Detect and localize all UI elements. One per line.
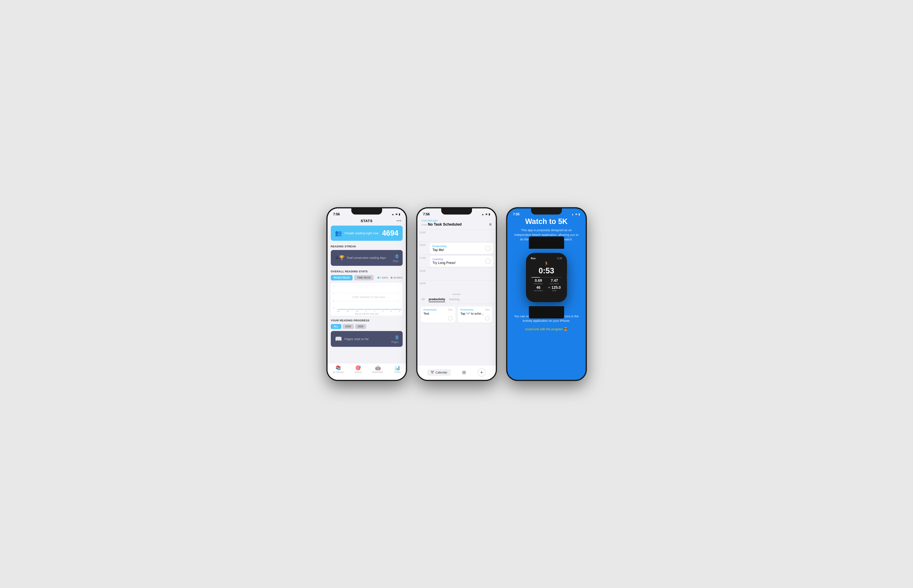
- time-read-tab[interactable]: TIME READ: [354, 275, 374, 280]
- filter-learning[interactable]: learning: [449, 297, 460, 302]
- h-line-1: [337, 285, 400, 285]
- add-task-button[interactable]: +: [478, 368, 486, 376]
- chart-dot-2[interactable]: [346, 309, 348, 310]
- x-5: 5: [399, 310, 400, 312]
- pages-read-tab[interactable]: PAGES READ: [331, 275, 353, 280]
- watch-content: Watch to 5K This app is purposely design…: [507, 217, 586, 331]
- chart-dot-4[interactable]: [364, 309, 365, 310]
- battery-icon-2: ▮: [489, 213, 490, 216]
- scheduler-subtitle: Until Midnight: [421, 219, 492, 222]
- filter-tabs: All productivity learning: [418, 296, 496, 304]
- time-row-1600: 16:00 Productivity Tap Me!: [418, 242, 496, 255]
- watch-elapsed-time: 0:53: [539, 267, 554, 275]
- year-2020-tab[interactable]: 2020: [355, 324, 366, 329]
- reading-now-left: 👥 People reading right now: [335, 230, 379, 236]
- x-4: 4: [391, 310, 392, 312]
- stats-tab-row: PAGES READ TIME READ 7 DAYS 30 DAYS: [331, 275, 403, 280]
- grid-icon[interactable]: ⊞: [462, 370, 466, 375]
- filter-all[interactable]: All: [421, 297, 425, 302]
- status-time: 7:56: [333, 212, 340, 216]
- watch-screen-face: Run 5:39 🏃 0:53: [528, 255, 565, 300]
- task-learning-longpress[interactable]: Learning Try Long Press!: [430, 256, 493, 267]
- task-dur-1: 30m: [448, 309, 453, 311]
- time-row-1900: 19:00: [418, 280, 496, 293]
- task-cat-1: Productivity: [424, 309, 437, 311]
- calendar-button[interactable]: 📅 Calendar: [427, 369, 451, 376]
- task-complete-circle[interactable]: [485, 246, 490, 251]
- scroll-indicator: [418, 293, 496, 296]
- task-name-2: Tap "+" to sche...: [460, 312, 490, 315]
- watch-pace-label: AVG PACE: [547, 283, 562, 285]
- task-circle-1[interactable]: [448, 316, 453, 321]
- chart-dot-7[interactable]: [390, 309, 392, 310]
- watch-bpm-num: 125.0: [551, 286, 561, 289]
- task-small-top-2: Productivity 45m: [460, 309, 490, 311]
- year-2019-tab[interactable]: 2019: [343, 324, 354, 329]
- watch-progress-bar: [531, 277, 562, 278]
- pages-text: Pages read so far: [345, 337, 369, 341]
- watch-goodluck: Good luck with the program 😎: [513, 327, 580, 331]
- nav-stats[interactable]: 📊 STATS: [394, 365, 401, 373]
- phone-stats: 7:56 ▲ ≋ ▮ STATS ••• 👥: [327, 208, 407, 381]
- more-options-button[interactable]: •••: [397, 219, 402, 223]
- year-all-tab[interactable]: ALL: [331, 324, 341, 329]
- watch-clock-time: 5:39: [557, 257, 562, 260]
- y-label-3: 0: [333, 300, 334, 302]
- x-3: 3: [382, 310, 383, 312]
- hamburger-menu[interactable]: ≡: [489, 222, 492, 227]
- streak-label: Total consecutive reading days: [346, 256, 386, 260]
- chart-dot-8[interactable]: [400, 309, 402, 310]
- overall-stats-title: OVERALL READING STATS: [331, 270, 403, 273]
- stats-title: STATS: [361, 219, 372, 223]
- task-small-top-1: Productivity 30m: [424, 309, 453, 311]
- nav-goals[interactable]: 🎯 GOALS: [355, 365, 361, 373]
- task-productivity-tap[interactable]: Productivity Tap Me!: [430, 243, 493, 254]
- watch-stat-pace: 7.47 AVG PACE: [547, 278, 562, 285]
- stats-content: 👥 People reading right now 4694 READING …: [327, 226, 406, 368]
- watch-pace-value: 7.47: [547, 278, 562, 283]
- notch-3: [531, 208, 562, 215]
- chart-inner: START READING TO SEE DATA: [337, 285, 400, 310]
- watch-calories-value: 46: [531, 286, 546, 290]
- time-label-1600: 16:00: [418, 242, 429, 248]
- chart-dot-1[interactable]: [337, 309, 339, 310]
- battery-icon-3: ▮: [578, 213, 580, 216]
- assistant-icon: 🤖: [375, 365, 381, 371]
- time-content-1800: [429, 268, 496, 280]
- task-card-tap-plus[interactable]: Productivity 45m Tap "+" to sche...: [458, 306, 492, 323]
- time-row-1500: 15:00: [418, 229, 496, 242]
- task-complete-circle-2[interactable]: [485, 258, 490, 264]
- filter-productivity[interactable]: productivity: [429, 297, 445, 302]
- task-dur-2: 45m: [485, 309, 489, 311]
- period-7days[interactable]: 7 DAYS: [377, 276, 388, 279]
- period-dot-blue: [377, 277, 379, 279]
- watch-runner-icon: 🏃: [544, 261, 549, 266]
- reading-now-count: 4694: [382, 229, 398, 237]
- calendar-icon: 📅: [431, 371, 434, 374]
- time-content-1600: Productivity Tap Me!: [429, 242, 496, 255]
- task-card-test[interactable]: Productivity 30m Test: [421, 306, 456, 323]
- stats-icon: 📊: [395, 365, 400, 371]
- my-books-icon: 📚: [335, 365, 341, 371]
- task-name-longpress: Try Long Press!: [432, 261, 456, 265]
- watch-stats-grid: 0.69 DISTANCE 7.47 AVG PACE: [531, 278, 562, 292]
- nav-assistant[interactable]: 🤖 ASSISTANT: [372, 365, 384, 373]
- chart-dot-3[interactable]: [355, 309, 356, 310]
- watch-run-header: Run 5:39: [531, 257, 562, 260]
- period-30days[interactable]: 30 DAYS: [390, 276, 402, 279]
- streak-right: 0 Days: [393, 253, 398, 263]
- watch-distance-value: 0.69: [531, 278, 546, 283]
- calendar-label: Calendar: [435, 371, 447, 374]
- chart-dot-5[interactable]: [372, 309, 374, 310]
- chart-dot-6[interactable]: [381, 309, 383, 310]
- chart-placeholder: START READING TO SEE DATA: [352, 296, 385, 298]
- task-circle-2[interactable]: [485, 316, 490, 321]
- reading-now-card[interactable]: 👥 People reading right now 4694: [331, 226, 403, 241]
- watch-band-top: [529, 236, 564, 249]
- scroll-pill: [453, 294, 461, 295]
- y-label-1: 1: [333, 285, 334, 287]
- period-7days-label: 7 DAYS: [380, 276, 388, 279]
- time-label-1700: 17:00: [418, 255, 429, 261]
- pages-unit: Pages: [391, 341, 398, 344]
- nav-my-books[interactable]: 📚 MY BOOKS: [333, 365, 344, 373]
